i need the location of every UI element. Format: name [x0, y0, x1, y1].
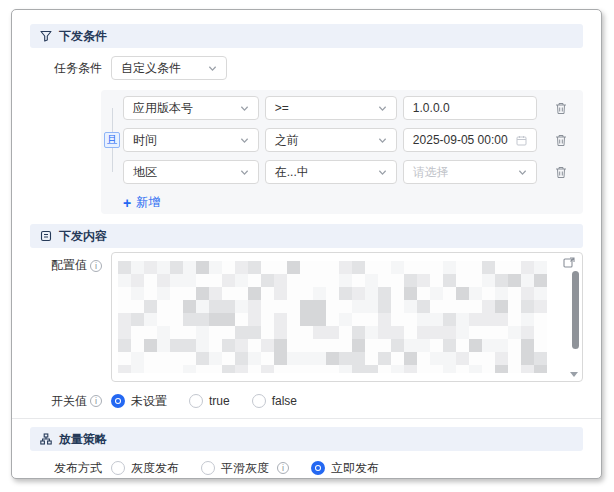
condition-row: 时间 之前 2025-09-05 00:00 [123, 128, 571, 152]
publish-method-label: 发布方式 [30, 460, 102, 477]
condition-field-select[interactable]: 应用版本号 [123, 96, 259, 120]
radio-icon[interactable] [111, 461, 125, 475]
info-icon[interactable]: i [90, 395, 102, 407]
chevron-down-icon [378, 104, 387, 113]
info-icon[interactable]: i [90, 260, 102, 272]
condition-field-select[interactable]: 地区 [123, 160, 259, 184]
add-condition-button[interactable]: + 新增 [123, 194, 160, 211]
chevron-down-icon [240, 104, 249, 113]
section-header-content: 下发内容 [30, 224, 583, 248]
condition-value-select[interactable]: 请选择 [403, 160, 537, 184]
section-title: 下发条件 [59, 28, 107, 45]
condition-operator-select[interactable]: 在...中 [265, 160, 397, 184]
chevron-down-icon [518, 168, 527, 177]
plus-icon: + [123, 197, 131, 209]
chevron-down-icon [378, 136, 387, 145]
chevron-down-icon [240, 136, 249, 145]
section-title: 放量策略 [59, 431, 107, 448]
radio-option-unset[interactable]: 未设置 [111, 393, 167, 410]
textarea-scrollbar[interactable] [572, 271, 579, 349]
config-value-label: 配置值 i [30, 257, 102, 274]
logic-and-badge[interactable]: 且 [104, 132, 120, 148]
strategy-icon [40, 433, 52, 445]
radio-icon[interactable] [252, 394, 266, 408]
section-divider [12, 418, 601, 419]
radio-option-gray-release[interactable]: 灰度发布 [111, 460, 179, 477]
content-icon [40, 230, 52, 242]
condition-row: 应用版本号 >= 1.0.0.0 [123, 96, 571, 120]
condition-group: 且 应用版本号 >= 1.0.0.0 时间 之前 [101, 90, 583, 214]
chevron-down-icon [240, 168, 249, 177]
delete-condition-button[interactable] [551, 128, 571, 152]
config-form-panel: 下发条件 任务条件 自定义条件 且 应用版本号 >= 1.0.0.0 [11, 9, 602, 479]
info-icon[interactable]: i [277, 462, 289, 474]
radio-icon[interactable] [111, 394, 125, 408]
radio-option-immediate-release[interactable]: 立即发布 [311, 460, 379, 477]
expand-editor-icon[interactable] [562, 256, 577, 271]
task-condition-label: 任务条件 [30, 60, 102, 77]
filter-icon [40, 30, 52, 42]
section-title: 下发内容 [59, 228, 107, 245]
trash-icon [555, 166, 567, 179]
trash-icon [555, 102, 567, 115]
condition-field-select[interactable]: 时间 [123, 128, 259, 152]
switch-value-label: 开关值 i [30, 393, 102, 410]
condition-date-input[interactable]: 2025-09-05 00:00 [403, 128, 537, 152]
section-header-strategy: 放量策略 [30, 427, 583, 451]
radio-icon[interactable] [201, 461, 215, 475]
radio-icon[interactable] [311, 461, 325, 475]
trash-icon [555, 134, 567, 147]
condition-operator-select[interactable]: >= [265, 96, 397, 120]
scroll-down-arrow-icon[interactable] [570, 372, 578, 377]
chevron-down-icon [208, 64, 217, 73]
task-condition-select[interactable]: 自定义条件 [111, 56, 227, 80]
radio-option-smooth-gray[interactable]: 平滑灰度 [201, 460, 269, 477]
condition-value-input[interactable]: 1.0.0.0 [403, 96, 537, 120]
condition-operator-select[interactable]: 之前 [265, 128, 397, 152]
delete-condition-button[interactable] [551, 96, 571, 120]
condition-row: 地区 在...中 请选择 [123, 160, 571, 184]
radio-option-true[interactable]: true [189, 394, 230, 408]
calendar-icon [516, 135, 527, 146]
redacted-config-content [118, 261, 558, 373]
radio-option-false[interactable]: false [252, 394, 297, 408]
chevron-down-icon [378, 168, 387, 177]
config-value-textarea[interactable] [111, 252, 583, 382]
section-header-conditions: 下发条件 [30, 24, 583, 48]
radio-icon[interactable] [189, 394, 203, 408]
delete-condition-button[interactable] [551, 160, 571, 184]
